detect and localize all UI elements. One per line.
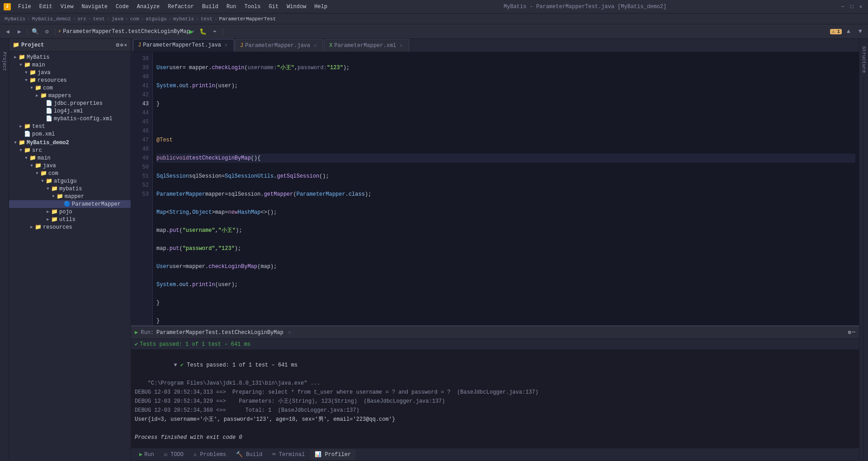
run-minimize-button[interactable]: ─ (852, 329, 855, 336)
tree-item-log4j[interactable]: ▶ 📄 log4j.xml (9, 107, 131, 115)
menu-run[interactable]: Run (223, 2, 240, 11)
search-button[interactable]: 🔍 (30, 27, 40, 37)
code-line-40: } (156, 99, 855, 108)
bottom-tab-run[interactable]: ▶ Run (135, 449, 159, 460)
run-config-display[interactable]: ⚡ ParameterMapperTest.testCheckLoginByMa… (58, 27, 184, 37)
java-file-icon: J (138, 42, 141, 48)
tree-item-src[interactable]: ▼ 📁 src (9, 146, 131, 154)
menu-code[interactable]: Code (112, 2, 132, 11)
tree-item-mybatis-pkg[interactable]: ▼ 📁 mybatis (9, 185, 131, 193)
run-output: ▼ ✔ Tests passed: 1 of 1 test – 641 ms "… (131, 350, 859, 448)
bc-src[interactable]: src (77, 16, 86, 22)
bc-demo2[interactable]: MyBatis_demo2 (32, 16, 71, 22)
forward-button[interactable]: ▶ (14, 27, 24, 37)
code-line-47: map.put("username","小王"); (156, 226, 855, 235)
menu-git[interactable]: Git (265, 2, 283, 11)
settings-button[interactable]: ⚙ (120, 42, 123, 48)
bottom-tab-build[interactable]: 🔨 Build (231, 449, 267, 460)
code-editor[interactable]: User user = mapper.checkLogin( username:… (153, 52, 859, 325)
tab-parametermappertest[interactable]: J ParameterMapperTest.java ✕ (133, 39, 234, 52)
close-run-tab[interactable]: ✕ (288, 329, 291, 335)
tree-item-mybatis1[interactable]: ▶ 📁 MyBatis (9, 53, 131, 61)
code-line-38: User user = mapper.checkLogin( username:… (156, 63, 855, 72)
menu-window[interactable]: Window (283, 2, 310, 11)
run-status-bar: ✔ Tests passed: 1 of 1 test – 641 ms (131, 339, 859, 350)
project-icon[interactable]: Project (0, 48, 9, 75)
structure-label[interactable]: Structure (860, 42, 868, 76)
tree-item-test[interactable]: ▶ 📁 test (9, 122, 131, 130)
tree-item-pojo[interactable]: ▶ 📁 pojo (9, 208, 131, 216)
tree-item-java[interactable]: ▼ 📁 java (9, 69, 131, 76)
run-actions[interactable]: ⚙ ─ (848, 329, 855, 336)
close-tab-3[interactable]: ✕ (398, 42, 404, 49)
menu-bar[interactable]: File Edit View Navigate Code Analyze Ref… (14, 2, 331, 11)
arrow-down-button[interactable]: ▼ (855, 27, 865, 37)
close-tab-2[interactable]: ✕ (312, 42, 318, 49)
run-output-blank (135, 424, 855, 433)
folder-icon: 📁 (13, 42, 19, 48)
project-panel: 📁 Project ⊟ ⚙ ✕ ▶ 📁 MyBatis ▼ 📁 main (9, 39, 131, 461)
tree-item-com2[interactable]: ▼ 📁 com (9, 169, 131, 177)
tree-item-com[interactable]: ▼ 📁 com (9, 84, 131, 92)
bc-atguigu[interactable]: atguigu (146, 16, 166, 22)
menu-tools[interactable]: Tools (241, 2, 264, 11)
bc-mybatis-pkg[interactable]: mybatis (173, 16, 194, 22)
menu-build[interactable]: Build (198, 2, 222, 11)
project-panel-header: 📁 Project ⊟ ⚙ ✕ (9, 39, 131, 52)
maximize-button[interactable]: □ (848, 3, 855, 10)
editor-tabs[interactable]: J ParameterMapperTest.java ✕ J Parameter… (131, 39, 859, 52)
tree-item-parametermapper[interactable]: ▶ 🔵 ParameterMapper (9, 200, 131, 208)
bc-com[interactable]: com (130, 16, 139, 22)
bottom-tab-terminal[interactable]: ⌨ Terminal (268, 449, 309, 460)
breadcrumb: MyBatis › MyBatis_demo2 › src › test › j… (0, 14, 868, 24)
tree-item-main2[interactable]: ▼ 📁 main (9, 154, 131, 162)
tab-parametermapper-xml[interactable]: X ParameterMapper.xml ✕ (324, 39, 409, 52)
tree-item-mapper-folder[interactable]: ▼ 📁 mapper (9, 193, 131, 200)
build-button[interactable]: ⚙ (42, 27, 52, 37)
collapse-all-button[interactable]: ⊟ (116, 42, 119, 48)
close-tab-active[interactable]: ✕ (223, 42, 229, 48)
tree-item-utils[interactable]: ▶ 📁 utils (9, 216, 131, 223)
menu-view[interactable]: View (57, 2, 77, 11)
menu-navigate[interactable]: Navigate (78, 2, 111, 11)
bc-test-pkg[interactable]: test (201, 16, 212, 22)
minimize-button[interactable]: ─ (839, 3, 846, 10)
menu-refactor[interactable]: Refactor (164, 2, 198, 11)
run-label: Run: (141, 329, 154, 336)
tree-item-resources[interactable]: ▼ 📁 resources (9, 76, 131, 84)
menu-edit[interactable]: Edit (36, 2, 56, 11)
close-panel-button[interactable]: ✕ (124, 42, 127, 48)
tab-parametermapper[interactable]: J ParameterMapper.java ✕ (235, 39, 323, 52)
toolbar: ◀ ▶ 🔍 ⚙ ⚡ ParameterMapperTest.testCheckL… (0, 24, 868, 39)
panel-actions[interactable]: ⊟ ⚙ ✕ (116, 42, 127, 48)
tree-item-atguigu[interactable]: ▼ 📁 atguigu (9, 177, 131, 185)
tree-item-mybatis-config[interactable]: ▶ 📄 mybatis-config.xml (9, 115, 131, 122)
bc-test[interactable]: test (93, 16, 105, 22)
run-settings-button[interactable]: ⚙ (848, 329, 851, 336)
tree-item-pom[interactable]: ▶ 📄 pom.xml (9, 130, 131, 138)
tree-item-jdbc[interactable]: ▶ 📄 jdbc.properties (9, 99, 131, 107)
tree-item-mappers[interactable]: ▶ 📁 mappers (9, 92, 131, 99)
bc-mybatis[interactable]: MyBatis (5, 16, 25, 22)
tree-item-resources2[interactable]: ▶ 📁 resources (9, 223, 131, 231)
bottom-tab-todo[interactable]: ☑ TODO (160, 449, 188, 460)
close-button[interactable]: ✕ (857, 3, 864, 10)
run-button[interactable]: ▶ (186, 27, 196, 37)
debug-button[interactable]: 🐛 (198, 27, 208, 37)
bottom-tabs[interactable]: ▶ Run ☑ TODO ⚠ Problems 🔨 Build ⌨ Termin… (131, 448, 859, 461)
bc-class[interactable]: ParameterMapperTest (219, 16, 276, 22)
tree-item-java2[interactable]: ▼ 📁 java (9, 162, 131, 169)
tree-item-demo2[interactable]: ▼ 📁 MyBatis_demo2 (9, 139, 131, 146)
menu-analyze[interactable]: Analyze (133, 2, 163, 11)
run-status-text: Tests passed: 1 of 1 test – 641 ms (140, 341, 250, 348)
coverage-button[interactable]: ☂ (210, 27, 220, 37)
window-controls[interactable]: ─ □ ✕ (839, 3, 864, 10)
bottom-tab-problems[interactable]: ⚠ Problems (189, 449, 231, 460)
menu-file[interactable]: File (14, 2, 35, 11)
bc-java[interactable]: java (112, 16, 123, 22)
bottom-tab-profiler[interactable]: 📊 Profiler (310, 449, 355, 460)
back-button[interactable]: ◀ (3, 27, 13, 37)
arrow-up-button[interactable]: ▲ (844, 27, 854, 37)
menu-help[interactable]: Help (311, 2, 331, 11)
tree-item-main[interactable]: ▼ 📁 main (9, 61, 131, 69)
